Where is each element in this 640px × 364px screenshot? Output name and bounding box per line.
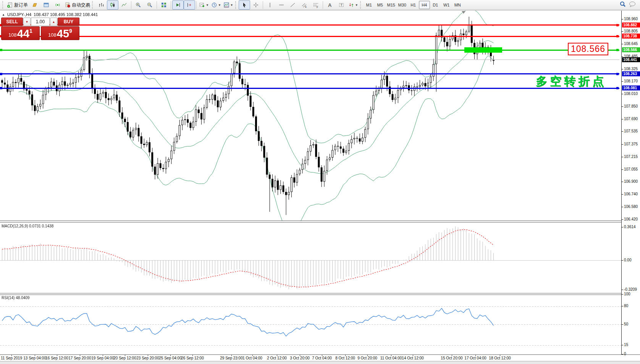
line-chart-button[interactable] [118, 0, 130, 10]
price-axis-tick [622, 69, 623, 69]
timeframe-button-m5[interactable]: M5 [375, 1, 386, 9]
fibonacci-button[interactable]: F [310, 0, 322, 10]
main-chart-canvas[interactable] [0, 11, 621, 221]
buy-price-pips: 45 [57, 28, 69, 39]
horizontal-line-icon [278, 2, 284, 8]
time-axis-label: 17 Oct 04:00 [464, 356, 486, 360]
sell-price-box[interactable]: 108 44 1 [1, 26, 40, 40]
price-axis-tick [622, 56, 623, 57]
price-badge: 108.441 [622, 57, 640, 62]
zoom-out-button[interactable] [144, 0, 155, 10]
trendline-button[interactable] [287, 0, 299, 10]
horizontal-level-line-108081[interactable] [0, 88, 619, 89]
toolbar-separator [131, 1, 131, 9]
chat-icon[interactable] [629, 1, 636, 9]
horizontal-level-line-108882[interactable] [0, 24, 619, 26]
toolbar-grip[interactable] [360, 1, 362, 9]
toolbar-grip[interactable] [235, 1, 237, 9]
vertical-line-button[interactable] [264, 0, 276, 10]
highlight-zone[interactable] [464, 47, 502, 53]
new-order-button[interactable]: 新订单 [6, 0, 29, 10]
toolbar-grip[interactable] [2, 1, 4, 9]
templates-icon [223, 2, 229, 8]
time-axis[interactable]: 11 Sep 201913 Sep 04:0016 Sep 12:0017 Se… [0, 355, 621, 361]
periods-menu-button[interactable]: ▼ [210, 0, 222, 10]
templates-menu-button[interactable]: ▼ [222, 0, 234, 10]
cn-annotation-text[interactable]: 多空转折点 [536, 74, 606, 89]
horizontal-line-button[interactable] [276, 0, 287, 10]
arrows-menu-button[interactable]: ▼ [347, 0, 359, 10]
svg-text:E: E [305, 6, 307, 8]
cursor-button[interactable] [239, 0, 250, 10]
toolbar-grip[interactable] [92, 1, 94, 9]
auto-scroll-button[interactable] [172, 0, 184, 10]
price-axis[interactable]: 108.960108.805108.645108.485108.325108.1… [621, 11, 640, 354]
chart-shift-button[interactable] [184, 0, 195, 10]
trendline-icon [290, 2, 296, 8]
time-axis-label: 14 Oct 12:00 [402, 356, 423, 360]
buy-price-box[interactable]: 108 45 9 [41, 26, 79, 40]
timeframe-button-w1[interactable]: W1 [441, 1, 452, 9]
autotrading-button[interactable]: 自动交易 [63, 0, 91, 10]
level-right-marker[interactable] [616, 24, 619, 26]
timeframe-button-mn[interactable]: MN [452, 1, 463, 9]
pane-separator[interactable] [0, 222, 640, 222]
text-button[interactable]: A [324, 0, 336, 10]
candlestick-chart-button[interactable] [107, 0, 118, 10]
cursor-icon [241, 2, 247, 8]
bar-chart-button[interactable] [95, 0, 107, 10]
price-axis-tick [622, 119, 623, 119]
horizontal-level-line-108566[interactable] [0, 50, 619, 51]
time-axis-label: 19 Sep 04:00 [91, 356, 114, 360]
pane-separator[interactable] [0, 293, 640, 293]
level-left-marker[interactable] [0, 87, 2, 89]
crosshair-button[interactable] [250, 0, 262, 10]
level-left-marker[interactable] [0, 49, 2, 51]
volume-increase-button[interactable]: ▲ [50, 18, 57, 26]
timeframe-button-d1[interactable]: D1 [430, 1, 441, 9]
horizontal-level-line-108441[interactable] [0, 60, 619, 60]
level-left-marker[interactable] [0, 73, 2, 75]
timeframe-button-m1[interactable]: M1 [364, 1, 375, 9]
timeframe-button-m30[interactable]: M30 [397, 1, 408, 9]
sell-button[interactable]: SELL [1, 18, 23, 26]
timeframe-button-h1[interactable]: H1 [408, 1, 419, 9]
chart-shift-icon [186, 2, 192, 8]
macd-panel-canvas[interactable] [0, 222, 621, 293]
pane-separator[interactable] [0, 295, 640, 295]
rsi-panel-canvas[interactable] [0, 295, 621, 354]
buy-button[interactable]: BUY [58, 18, 79, 26]
metaeditor-button[interactable] [29, 0, 40, 10]
level-price-callout[interactable]: 108.566 [568, 43, 608, 55]
time-axis-label: 1 Oct 04:00 [242, 356, 262, 360]
indicators-menu-button[interactable]: ▼ [198, 0, 210, 10]
rsi-axis-tick [622, 294, 623, 295]
horizontal-level-line-108738[interactable] [0, 36, 619, 37]
volume-decrease-button[interactable]: ▼ [23, 18, 31, 26]
zoom-in-button[interactable] [133, 0, 144, 10]
pane-separator[interactable] [0, 221, 640, 221]
arrows-icon [348, 2, 354, 8]
signals-button[interactable] [52, 0, 63, 10]
collapse-icon[interactable]: ▲ [2, 13, 5, 16]
search-icon[interactable] [619, 1, 626, 9]
chart-shift-marker[interactable] [462, 11, 465, 14]
rsi-axis-tick [622, 354, 623, 354]
toolbar-separator [171, 1, 171, 9]
level-right-marker[interactable] [616, 73, 619, 75]
equidistant-channel-button[interactable]: E [299, 0, 310, 10]
level-right-marker[interactable] [616, 49, 619, 51]
time-axis-label: 11 Sep 2019 [1, 356, 22, 360]
volume-input[interactable] [31, 18, 50, 26]
tile-windows-button[interactable] [158, 0, 170, 10]
buy-price-point: 9 [69, 28, 72, 34]
level-right-marker[interactable] [616, 35, 619, 37]
horizontal-level-line-108263[interactable] [0, 73, 619, 74]
price-axis-label: 107.535 [624, 129, 638, 133]
timeframe-button-m15[interactable]: M15 [386, 1, 397, 9]
text-label-button[interactable]: T [336, 0, 347, 10]
timeframe-button-h4[interactable]: H4 [419, 1, 430, 9]
terminal-button[interactable] [40, 0, 52, 10]
price-badge: 108.882 [622, 23, 640, 27]
level-right-marker[interactable] [616, 87, 619, 89]
